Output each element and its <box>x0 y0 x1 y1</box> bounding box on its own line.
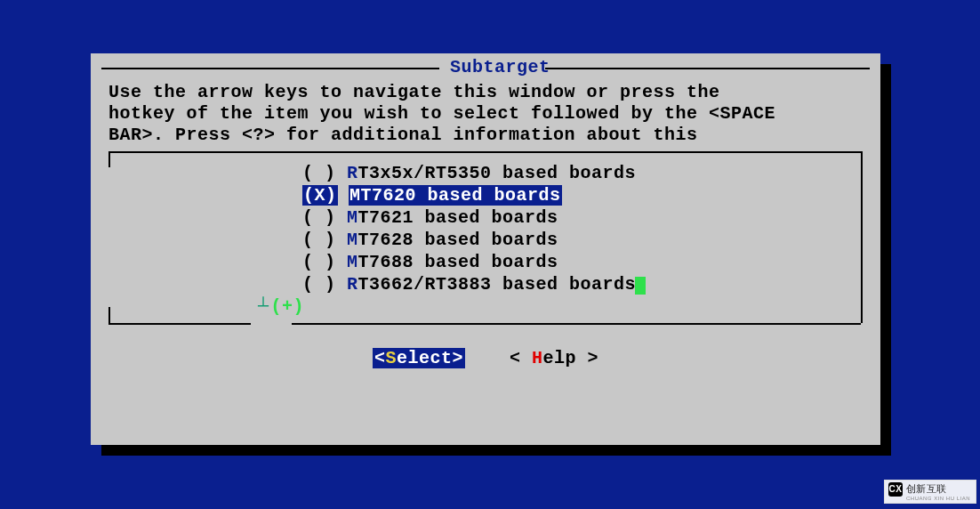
title-rule-left <box>101 68 439 69</box>
option-label: T3x5x/RT5350 based boards <box>358 163 637 183</box>
watermark-subtext: CHUANG XIN HU LIAN <box>906 496 970 501</box>
inst-line-2: hotkey of the item you wish to select fo… <box>108 103 775 124</box>
option-label: T7688 based boards <box>358 252 558 272</box>
option-hotkey: M <box>349 185 361 206</box>
option-marker: ( ) <box>302 252 336 272</box>
option-label: T7621 based boards <box>358 207 558 228</box>
option-mt7628[interactable]: ( ) MT7628 based boards <box>302 229 854 251</box>
btn-hotkey: S <box>385 348 397 368</box>
option-hotkey: M <box>347 230 358 250</box>
inst-line-3: BAR>. Press <?> for additional informati… <box>108 125 698 145</box>
option-label: T7620 based boards <box>361 185 561 206</box>
subtarget-dialog: Subtarget Use the arrow keys to navigate… <box>91 53 880 445</box>
inst-line-1: Use the arrow keys to navigate this wind… <box>108 82 720 102</box>
btn-rest: elect <box>397 348 453 368</box>
option-hotkey: M <box>347 207 358 228</box>
title-rule-right <box>545 68 870 69</box>
option-rt3662[interactable]: ( ) RT3662/RT3883 based boards <box>302 273 854 295</box>
option-hotkey: R <box>347 274 358 295</box>
watermark-text: 创新互联 <box>906 483 947 494</box>
dialog-instructions: Use the arrow keys to navigate this wind… <box>108 82 863 146</box>
watermark: CX 创新互联 CHUANG XIN HU LIAN <box>884 480 976 504</box>
perpendicular-icon: ┴ <box>258 296 271 317</box>
option-mt7621[interactable]: ( ) MT7621 based boards <box>302 206 854 229</box>
cursor-icon <box>635 277 646 295</box>
frame-corner <box>108 151 110 167</box>
option-label: T7628 based boards <box>358 230 558 250</box>
option-mt7688[interactable]: ( ) MT7688 based boards <box>302 251 854 273</box>
option-marker: ( ) <box>302 163 336 183</box>
option-marker: ( ) <box>302 207 336 228</box>
watermark-logo-icon: CX <box>888 482 903 497</box>
btn-hotkey: H <box>532 348 543 368</box>
help-button[interactable]: < Help > <box>510 348 598 368</box>
btn-open: < <box>374 348 386 368</box>
dialog-title-row: Subtarget <box>101 59 870 78</box>
option-marker: ( ) <box>302 230 336 250</box>
option-frame: ( ) RT3x5x/RT5350 based boards (X) MT762… <box>108 151 863 323</box>
option-marker: ( ) <box>302 274 336 295</box>
option-rt3x5x[interactable]: ( ) RT3x5x/RT5350 based boards <box>302 162 854 184</box>
frame-rule <box>108 323 251 325</box>
frame-rule <box>292 323 861 325</box>
btn-rest: elp <box>543 348 577 368</box>
option-hotkey: M <box>347 252 358 272</box>
scroll-more-text: (+) <box>271 296 305 317</box>
option-label: T3662/RT3883 based boards <box>358 274 637 295</box>
btn-close: > <box>588 348 599 368</box>
option-mt7620[interactable]: (X) MT7620 based boards <box>302 184 854 206</box>
frame-corner <box>108 307 110 323</box>
btn-close: > <box>452 348 463 368</box>
option-marker: (X) <box>302 185 338 206</box>
dialog-title: Subtarget <box>445 57 556 77</box>
button-bar: <Select> < Help > <box>101 348 870 368</box>
scroll-more-indicator: ┴(+) <box>258 295 854 318</box>
option-list[interactable]: ( ) RT3x5x/RT5350 based boards (X) MT762… <box>302 162 854 295</box>
btn-open: < <box>510 348 521 368</box>
option-hotkey: R <box>347 163 358 183</box>
select-button[interactable]: <Select> <box>373 348 465 368</box>
